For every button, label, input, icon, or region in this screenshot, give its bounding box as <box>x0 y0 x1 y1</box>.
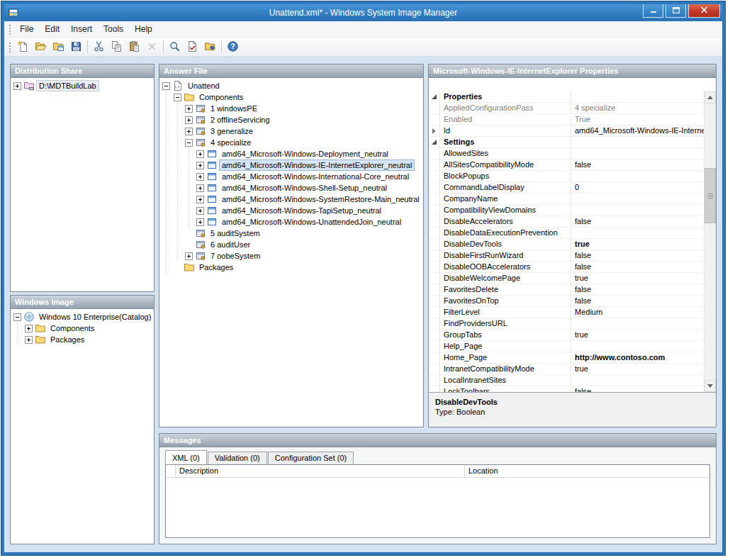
property-row[interactable]: EnabledTrue <box>429 114 704 125</box>
property-row[interactable]: CompanyName <box>429 194 704 205</box>
answer-file-item[interactable]: amd64_Microsoft-Windows-International-Co… <box>161 171 422 182</box>
expand-icon[interactable] <box>185 252 193 260</box>
answer-file-item[interactable]: 3 generalize <box>161 125 422 137</box>
property-row[interactable]: Help_Page <box>429 341 704 352</box>
property-value[interactable]: false <box>571 284 704 296</box>
property-value[interactable] <box>571 194 704 205</box>
property-value[interactable]: true <box>571 330 704 341</box>
answer-file-item[interactable]: 7 oobeSystem <box>161 250 422 262</box>
answer-file-item[interactable]: 2 offlineServicing <box>161 114 422 125</box>
expand-icon[interactable] <box>196 162 204 169</box>
property-row[interactable]: FindProvidersURL <box>429 318 704 330</box>
collapse-icon[interactable] <box>185 139 193 147</box>
new-answer-file-button[interactable] <box>15 39 31 55</box>
column-description[interactable]: Description <box>176 465 465 477</box>
property-row[interactable]: DisableFirstRunWizardfalse <box>429 250 704 262</box>
property-row[interactable]: BlockPopups <box>429 171 704 182</box>
property-value[interactable]: false <box>571 386 704 392</box>
answer-file-item[interactable]: 4 specialize <box>161 137 422 148</box>
expand-icon[interactable] <box>185 116 193 124</box>
scroll-up-button[interactable] <box>704 91 716 103</box>
tab-validation-0[interactable]: Validation (0) <box>208 452 267 464</box>
property-value[interactable]: 0 <box>571 182 704 194</box>
windows-image-item[interactable]: Packages <box>12 334 152 345</box>
answer-file-item[interactable]: Components <box>161 91 422 103</box>
answer-file-item[interactable]: amd64_Microsoft-Windows-UnattendedJoin_n… <box>161 216 422 228</box>
answer-file-item[interactable]: 6 auditUser <box>161 239 422 250</box>
menu-item-file[interactable]: File <box>14 22 39 36</box>
property-row[interactable]: DisableOOBAcceleratorsfalse <box>429 262 704 273</box>
property-row[interactable]: LockToolbarsfalse <box>429 386 704 392</box>
property-value[interactable] <box>571 375 704 386</box>
answer-file-item[interactable]: Unattend <box>161 80 422 91</box>
answer-file-item[interactable]: amd64_Microsoft-Windows-Deployment_neutr… <box>161 148 422 159</box>
windows-image-item[interactable]: Components <box>12 323 152 334</box>
answer-file-item[interactable]: 1 windowsPE <box>161 103 422 114</box>
property-row[interactable]: DisableDataExecutionPrevention <box>429 228 704 239</box>
cut-button[interactable] <box>91 39 107 55</box>
menu-item-edit[interactable]: Edit <box>39 22 65 36</box>
property-section-row[interactable]: Settings <box>429 137 704 148</box>
help-button[interactable]: ? <box>225 39 241 55</box>
expand-icon[interactable] <box>185 105 193 113</box>
answer-file-item[interactable]: amd64_Microsoft-Windows-TapiSetup_neutra… <box>161 205 422 216</box>
properties-scrollbar[interactable] <box>704 91 716 392</box>
expand-icon[interactable] <box>25 336 33 344</box>
create-configuration-set-button[interactable] <box>202 39 218 55</box>
title-bar[interactable]: Unattend.xml* - Windows System Image Man… <box>4 4 722 21</box>
validate-answer-file-button[interactable] <box>184 39 201 55</box>
tab-configuration-set-0[interactable]: Configuration Set (0) <box>268 452 354 464</box>
property-value[interactable] <box>571 318 704 330</box>
property-row[interactable]: FavoritesDeletefalse <box>429 284 704 296</box>
property-value[interactable] <box>571 341 704 352</box>
property-row[interactable]: FavoritesOnTopfalse <box>429 296 704 307</box>
property-row[interactable]: CompatibilityViewDomains <box>429 205 704 216</box>
menu-item-insert[interactable]: Insert <box>65 22 98 36</box>
answer-file-item[interactable]: 5 auditSystem <box>161 228 422 239</box>
collapse-icon[interactable] <box>162 82 170 90</box>
property-value[interactable]: false <box>571 159 704 171</box>
property-row[interactable]: Home_Pagehttp://www.contoso.com <box>429 352 704 364</box>
property-value[interactable]: true <box>571 273 704 284</box>
answer-file-item[interactable]: amd64_Microsoft-Windows-Shell-Setup_neut… <box>161 182 422 194</box>
scrollbar-thumb[interactable] <box>704 168 716 223</box>
collapse-icon[interactable] <box>174 94 181 101</box>
property-value[interactable]: Medium <box>571 307 704 318</box>
property-row[interactable]: AppliedConfigurationPass4 specialize <box>429 103 704 114</box>
property-row[interactable]: DisableWelcomePagetrue <box>429 273 704 284</box>
scroll-down-button[interactable] <box>704 380 716 392</box>
maximize-button[interactable] <box>666 4 686 18</box>
column-location[interactable]: Location <box>465 465 709 477</box>
property-section-row[interactable]: Properties <box>429 91 704 103</box>
property-row[interactable]: IntranetCompatibilityModetrue <box>429 364 704 375</box>
expand-icon[interactable] <box>185 128 193 135</box>
property-row[interactable]: CommandLabelDisplay0 <box>429 182 704 194</box>
property-value[interactable]: false <box>571 296 704 307</box>
answer-file-item[interactable]: amd64_Microsoft-Windows-IE-InternetExplo… <box>161 159 422 171</box>
property-value[interactable]: false <box>571 262 704 273</box>
delete-button[interactable] <box>144 39 160 55</box>
minimize-button[interactable] <box>643 4 663 18</box>
property-row[interactable]: LocalIntranetSites <box>429 375 704 386</box>
answer-file-item[interactable]: amd64_Microsoft-Windows-SystemRestore-Ma… <box>161 194 422 205</box>
property-value[interactable]: amd64_Microsoft-Windows-IE-InternetE <box>571 125 704 137</box>
property-value[interactable] <box>571 148 704 159</box>
property-value[interactable]: True <box>571 114 704 125</box>
expand-icon[interactable] <box>196 173 204 181</box>
expand-icon[interactable] <box>196 207 204 215</box>
distribution-share-item[interactable]: D:\MDTBuildLab <box>12 80 152 91</box>
expand-icon[interactable] <box>13 82 21 90</box>
property-value[interactable]: http://www.contoso.com <box>571 352 704 364</box>
expand-icon[interactable] <box>196 150 204 158</box>
open-windows-image-button[interactable] <box>50 39 67 55</box>
expand-icon[interactable] <box>196 218 204 226</box>
property-row[interactable]: DisableAcceleratorsfalse <box>429 216 704 228</box>
menu-item-help[interactable]: Help <box>129 22 158 36</box>
property-value[interactable]: false <box>571 216 704 228</box>
expand-icon[interactable] <box>196 184 204 192</box>
property-value[interactable]: true <box>571 364 704 375</box>
property-value[interactable]: true <box>571 239 704 250</box>
find-button[interactable] <box>167 39 183 55</box>
property-value[interactable]: false <box>571 250 704 262</box>
expand-icon[interactable] <box>25 325 33 332</box>
